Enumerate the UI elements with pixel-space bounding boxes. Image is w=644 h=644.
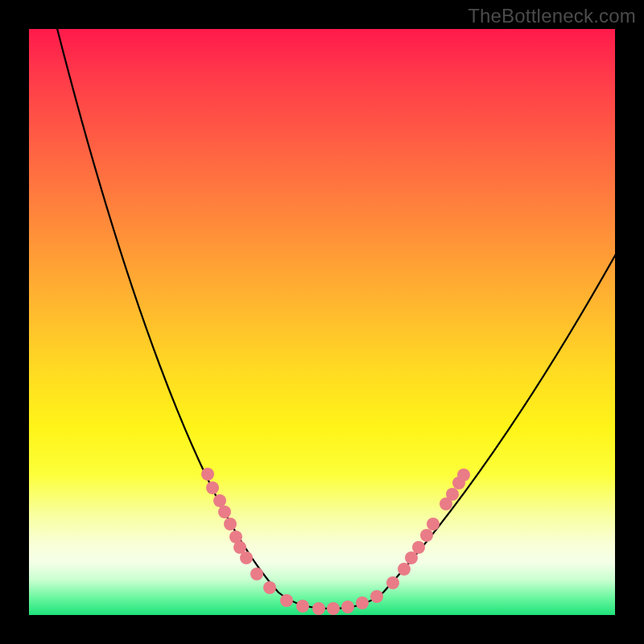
data-marker xyxy=(263,581,276,594)
data-marker xyxy=(240,551,253,564)
data-marker xyxy=(218,506,231,518)
data-marker xyxy=(327,602,340,615)
plot-area xyxy=(29,29,615,615)
data-marker xyxy=(206,481,219,494)
watermark-text: TheBottleneck.com xyxy=(468,5,636,27)
data-marker xyxy=(398,563,411,576)
marker-layer xyxy=(201,468,470,615)
data-marker xyxy=(341,601,354,613)
data-marker xyxy=(296,600,309,613)
data-marker xyxy=(412,541,425,554)
data-marker xyxy=(370,590,383,603)
data-marker xyxy=(405,551,418,564)
data-marker xyxy=(420,529,433,542)
data-marker xyxy=(312,602,325,615)
bottleneck-curve-path xyxy=(49,29,615,609)
data-marker xyxy=(427,518,440,530)
data-marker xyxy=(280,594,293,607)
data-marker xyxy=(356,597,369,609)
data-marker xyxy=(250,568,263,580)
data-marker xyxy=(201,468,214,481)
data-marker xyxy=(457,469,470,481)
data-marker xyxy=(386,576,399,589)
data-marker xyxy=(213,494,226,507)
data-marker xyxy=(224,518,237,530)
chart-frame: TheBottleneck.com xyxy=(0,0,644,644)
curve-layer xyxy=(29,29,615,615)
data-marker xyxy=(446,488,459,501)
